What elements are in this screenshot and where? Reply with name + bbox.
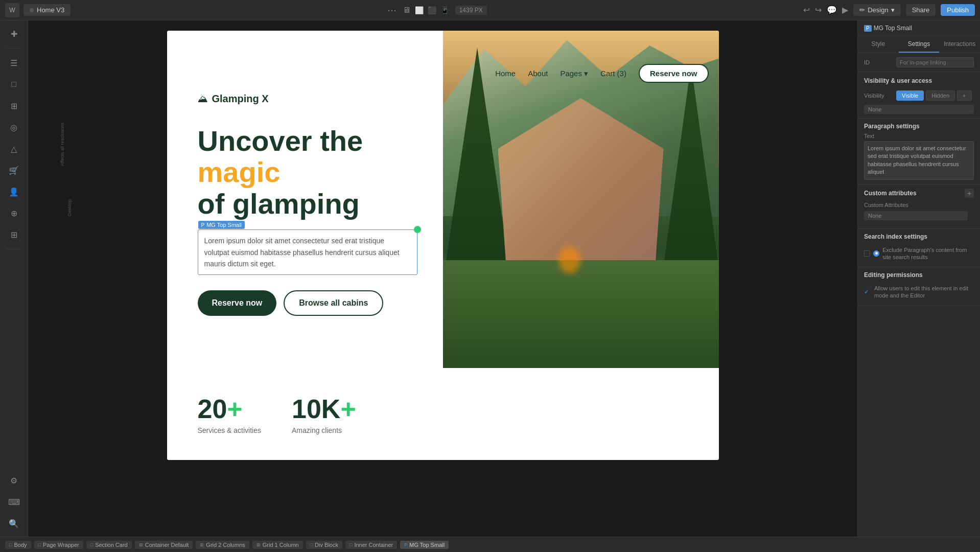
custom-attr-label: Custom Attributes — [864, 202, 908, 208]
breadcrumb-container-default[interactable]: ⊞ Container Default — [135, 541, 193, 549]
active-tab[interactable]: Home V3 — [24, 4, 71, 16]
nav-reserve-button[interactable]: Reserve now — [639, 64, 709, 83]
comment-icon[interactable]: 💬 — [827, 5, 837, 15]
breadcrumb-div-block[interactable]: □ Div Block — [306, 541, 342, 549]
breadcrumb-grid-2-columns[interactable]: ⊞ Grid 2 Columns — [196, 541, 249, 549]
share-button[interactable]: Share — [906, 4, 936, 16]
apps-icon[interactable]: ⊞ — [5, 225, 23, 244]
selection-dot — [414, 226, 421, 233]
breadcrumb-page-wrapper[interactable]: □ Page Wrapper — [34, 541, 83, 549]
custom-attributes-section: Custom attributes + Custom Attributes No… — [858, 185, 980, 229]
nav-pages[interactable]: Pages ▾ — [560, 69, 588, 78]
mobile-icon[interactable]: 📱 — [440, 6, 449, 14]
stat-services-number: 20+ — [198, 394, 261, 424]
app-logo: W — [5, 3, 19, 17]
desktop-label: Desktop — [67, 199, 72, 216]
stats-section: 20+ Services & activities 10K+ Amazing c… — [167, 368, 719, 460]
redo-icon[interactable]: ↪ — [815, 5, 822, 15]
selected-paragraph[interactable]: P MG Top Small Lorem ipsum dolor sit ame… — [198, 229, 417, 275]
brand-logo-icon: ⛰ — [198, 93, 208, 105]
brand-name: Glamping X — [212, 93, 269, 105]
breadcrumb-inner-container[interactable]: □ Inner Container — [345, 541, 397, 549]
nav-home[interactable]: Home — [495, 69, 516, 78]
add-element-icon[interactable]: ✚ — [5, 25, 23, 43]
search-settings-section: Search index settings Exclude Paragraph'… — [858, 229, 980, 268]
more-icon[interactable]: ⋯ — [387, 5, 396, 16]
topbar-left: W Home V3 — [5, 3, 71, 17]
search-icon[interactable]: 🔍 — [5, 514, 23, 533]
hidden-button[interactable]: Hidden — [926, 90, 955, 101]
main-layout: ✚ ☰ □ ⊞ ◎ △ 🛒 👤 ⊕ ⊞ ⚙ ⌨ 🔍 Affects all re… — [0, 20, 980, 537]
breadcrumb-body[interactable]: □ Body — [5, 541, 31, 549]
add-custom-attr-button[interactable]: + — [965, 189, 974, 198]
paragraph-preview-text: Lorem ipsum dolor sit amet consectetur s… — [864, 141, 974, 180]
id-input[interactable] — [896, 57, 974, 67]
element-type-label: P MG Top Small — [864, 25, 974, 32]
text-label: Text — [864, 133, 974, 139]
pages-icon[interactable]: □ — [5, 75, 23, 94]
element-name-text: MG Top Small — [874, 25, 912, 32]
editing-permissions-section: Editing permissions ✓ Allow users to edi… — [858, 267, 980, 306]
exclude-search-row: Exclude Paragraph's content from site se… — [864, 244, 974, 263]
editing-checkmark-icon: ✓ — [864, 288, 869, 295]
assets-icon[interactable]: ◎ — [5, 118, 23, 136]
canvas-size: 1439 PX — [455, 6, 487, 15]
settings-icon[interactable]: ⚙ — [5, 471, 23, 490]
paragraph-text: Lorem ipsum dolor sit amet consectetur s… — [204, 235, 411, 269]
cms-icon[interactable]: △ — [5, 140, 23, 158]
topbar-right: ↩ ↪ 💬 ▶ ✏ Design ▾ Share Publish — [803, 4, 975, 16]
navigator-icon[interactable]: ☰ — [5, 54, 23, 72]
reserve-now-button[interactable]: Reserve now — [198, 290, 277, 316]
editing-permission-row: ✓ Allow users to edit this element in ed… — [864, 283, 974, 302]
logic-icon[interactable]: ⊕ — [5, 204, 23, 222]
website-preview: ⛰ Glamping X Uncover the magic of glampi… — [167, 31, 719, 460]
hero-title-magic: magic — [198, 156, 281, 188]
canvas-area: Affects all resolutions Desktop ⛰ Glampi… — [28, 20, 857, 537]
breadcrumb-section-card[interactable]: □ Section Card — [86, 541, 132, 549]
visibility-label: Visibility — [864, 93, 892, 99]
tab-style[interactable]: Style — [858, 36, 899, 53]
search-radio-active[interactable] — [873, 250, 879, 257]
tab-interactions[interactable]: Interactions — [939, 36, 980, 53]
visible-button[interactable]: Visible — [896, 90, 924, 101]
breadcrumb-mg-top-small[interactable]: P MG Top Small — [400, 541, 449, 549]
site-navigation: Home About Pages ▾ Cart (3) Reserve now — [495, 64, 708, 83]
undo-icon[interactable]: ↩ — [803, 5, 810, 15]
hero-left: ⛰ Glamping X Uncover the magic of glampi… — [167, 31, 443, 368]
keyboard-icon[interactable]: ⌨ — [5, 493, 23, 511]
visibility-toggle: Visible Hidden + — [896, 90, 972, 101]
stat-clients-number: 10K+ — [292, 394, 356, 424]
exclude-search-checkbox[interactable] — [864, 250, 870, 257]
custom-attr-title: Custom attributes — [864, 190, 917, 197]
components-icon[interactable]: ⊞ — [5, 97, 23, 115]
panel-element-header: P MG Top Small — [858, 20, 980, 36]
tablet-portrait-icon[interactable]: ⬛ — [428, 6, 436, 14]
tab-settings[interactable]: Settings — [899, 36, 940, 53]
visibility-add-button[interactable]: + — [957, 90, 971, 101]
tablet-landscape-icon[interactable]: ⬜ — [415, 6, 424, 14]
breadcrumb-grid-1-column[interactable]: ⊞ Grid 1 Column — [252, 541, 303, 549]
hero-title: Uncover the magic of glamping — [198, 125, 417, 220]
left-sidebar: ✚ ☰ □ ⊞ ◎ △ 🛒 👤 ⊕ ⊞ ⚙ ⌨ 🔍 — [0, 20, 28, 537]
monitor-icon[interactable]: 🖥 — [403, 6, 411, 15]
browse-cabins-button[interactable]: Browse all cabins — [284, 290, 383, 316]
editing-permission-label: Allow users to edit this element in edit… — [874, 285, 974, 300]
editing-permissions-title: Editing permissions — [864, 271, 974, 279]
play-icon[interactable]: ▶ — [842, 5, 848, 15]
publish-button[interactable]: Publish — [941, 4, 975, 16]
nav-about[interactable]: About — [528, 69, 548, 78]
page-canvas: ⛰ Glamping X Uncover the magic of glampi… — [167, 31, 719, 460]
ecommerce-icon[interactable]: 🛒 — [5, 161, 23, 179]
brand-logo: ⛰ Glamping X — [198, 93, 417, 105]
toolbar-icons: ⋯ — [387, 5, 396, 16]
nav-cart[interactable]: Cart (3) — [600, 69, 626, 78]
search-checkbox-label: Exclude Paragraph's content from site se… — [882, 246, 974, 261]
paragraph-settings: Paragraph settings Text Lorem ipsum dolo… — [858, 119, 980, 184]
search-settings-title: Search index settings — [864, 233, 974, 240]
design-mode-button[interactable]: ✏ Design ▾ — [853, 4, 900, 16]
stat-services: 20+ Services & activities — [198, 394, 261, 434]
custom-attr-header: Custom attributes + — [864, 189, 974, 198]
hero-buttons: Reserve now Browse all cabins — [198, 290, 417, 316]
panel-tabs: Style Settings Interactions — [858, 36, 980, 53]
users-icon[interactable]: 👤 — [5, 182, 23, 201]
